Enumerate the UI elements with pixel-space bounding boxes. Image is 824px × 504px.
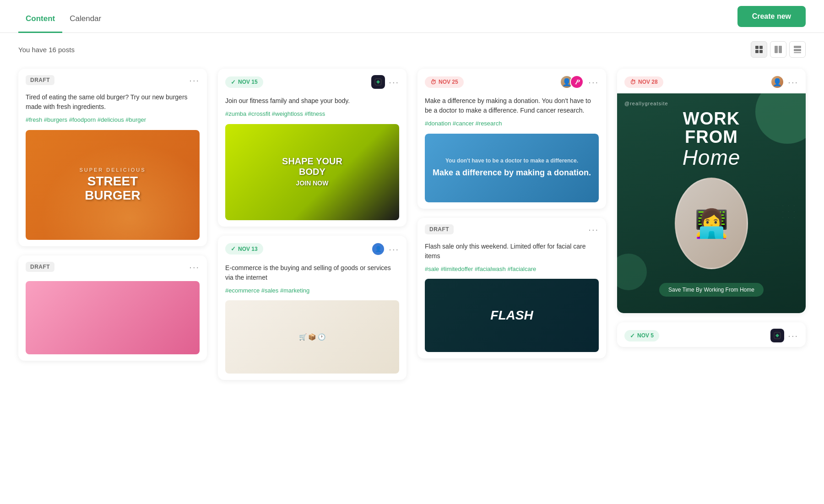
card-hashtags: #fresh #burgers #foodporn #delicious #bu…: [26, 115, 200, 125]
ecommerce-image: 🛒 📦 🕐: [225, 300, 399, 374]
donation-image-text: You don't have to be a doctor to make a …: [425, 150, 598, 185]
one-col-view-button[interactable]: [789, 41, 806, 58]
card-image: SUPER DELICIOUS STREETBURGER: [26, 130, 200, 240]
card-flash: DRAFT ··· Flash sale only this weekend. …: [417, 218, 606, 359]
dots-pattern: · · ·· · ·· · ·: [782, 203, 797, 221]
avatar-face: 👤: [371, 242, 385, 256]
column-1: DRAFT ··· Tired of eating the same old b…: [18, 69, 207, 380]
card-text: Make a difference by making a donation. …: [425, 96, 599, 115]
avatar-group: 👤 𝑃: [560, 75, 584, 89]
more-options-button[interactable]: ···: [788, 77, 798, 87]
more-options-button[interactable]: ···: [389, 77, 399, 87]
card-image: [26, 281, 200, 354]
card-wfh: ⏱ NOV 28 👤 ··· @reallygreatsite WORKFROM…: [617, 69, 806, 313]
card-header: DRAFT ···: [417, 218, 606, 239]
card-pink: DRAFT ···: [18, 255, 207, 361]
svg-rect-0: [755, 46, 759, 49]
burger-image: SUPER DELICIOUS STREETBURGER: [26, 130, 200, 240]
status-badge-draft: DRAFT: [26, 75, 54, 85]
card-body: Join our fitness family and shape your b…: [218, 93, 407, 227]
wfh-site-label: @reallygreatsite: [624, 101, 668, 106]
status-badge-draft: DRAFT: [26, 262, 54, 272]
more-options-button[interactable]: ···: [588, 77, 599, 87]
post-count: You have 16 posts: [18, 46, 75, 54]
flash-image: FLASH: [425, 279, 599, 352]
card-text: Join our fitness family and shape your b…: [225, 96, 399, 106]
svg-rect-5: [779, 46, 782, 53]
one-col-icon: [793, 45, 802, 54]
svg-rect-8: [794, 52, 801, 53]
avatar-box: [770, 329, 784, 342]
more-options-button[interactable]: ···: [389, 244, 399, 254]
avatar-wfh: 👤: [770, 75, 784, 89]
card-hashtags: #sale #limitedoffer #facialwash #facialc…: [425, 265, 599, 274]
header-right: 👤 𝑃 ···: [560, 75, 599, 89]
fitness-image: SHAPE YOURBODY JOIN NOW: [225, 124, 399, 220]
header-right: 👤 ···: [770, 75, 798, 89]
card-image: SHAPE YOURBODY JOIN NOW: [225, 124, 399, 220]
grid-icon: [755, 45, 763, 54]
burger-image-text: SUPER DELICIOUS STREETBURGER: [79, 167, 146, 203]
clock-icon: ⏱: [630, 79, 636, 86]
column-4: ⏱ NOV 28 👤 ··· @reallygreatsite WORKFROM…: [617, 69, 806, 380]
create-new-button[interactable]: Create new: [737, 6, 806, 27]
card-header: ⏱ NOV 28 👤 ···: [617, 69, 806, 93]
tab-bar: Content Calendar: [18, 0, 108, 33]
card-header: ✓ NOV 15 ···: [218, 69, 407, 93]
card-hashtags: #ecommerce #sales #marketing: [225, 286, 399, 295]
card-fitness: ✓ NOV 15 ··· Join our fitness family and…: [218, 69, 407, 227]
fitness-image-text: SHAPE YOURBODY JOIN NOW: [282, 156, 342, 188]
card-header: DRAFT ···: [18, 69, 207, 90]
more-options-button[interactable]: ···: [189, 262, 200, 271]
card-body: Make a difference by making a donation. …: [417, 93, 606, 209]
check-icon: ✓: [231, 245, 236, 252]
card-image: You don't have to be a doctor to make a …: [425, 134, 599, 202]
donation-image: You don't have to be a doctor to make a …: [425, 134, 599, 202]
two-col-view-button[interactable]: [770, 41, 786, 58]
card-ecommerce: ✓ NOV 13 👤 ··· E-commerce is the buying …: [218, 236, 407, 380]
svg-rect-2: [755, 50, 759, 53]
card-image: 🛒 📦 🕐: [225, 300, 399, 374]
card-donation: ⏱ NOV 25 👤 𝑃 ··· Make a difference by ma…: [417, 69, 606, 209]
wfh-main-text: WORKFROM Home: [683, 110, 741, 168]
card-hashtags: #donation #cancer #research: [425, 119, 599, 128]
column-2: ✓ NOV 15 ··· Join our fitness family and…: [218, 69, 407, 380]
header-right: ···: [371, 75, 399, 89]
svg-rect-6: [794, 46, 801, 48]
status-badge-scheduled: ✓ NOV 13: [225, 243, 263, 255]
box-avatar-icon: [773, 331, 781, 340]
column-3: ⏱ NOV 25 👤 𝑃 ··· Make a difference by ma…: [417, 69, 606, 380]
check-icon: ✓: [630, 332, 635, 339]
more-options-button[interactable]: ···: [788, 331, 798, 340]
wfh-image: @reallygreatsite WORKFROM Home 👩‍💻 Save …: [617, 93, 806, 313]
card-text: Flash sale only this weekend. Limited of…: [425, 242, 599, 261]
card-nov5: ✓ NOV 5 ···: [617, 322, 806, 347]
card-header: ✓ NOV 5 ···: [617, 322, 806, 347]
svg-rect-3: [759, 50, 763, 53]
svg-rect-4: [775, 46, 778, 53]
svg-rect-1: [759, 46, 763, 49]
flash-image-text: FLASH: [490, 308, 533, 323]
more-options-button[interactable]: ···: [189, 76, 200, 85]
header-right: ···: [770, 329, 798, 342]
card-hashtags: #zumba #crossfit #weightloss #fitness: [225, 109, 399, 119]
two-col-icon: [774, 45, 782, 54]
status-badge-overdue: ⏱ NOV 25: [425, 76, 464, 88]
card-image: FLASH: [425, 279, 599, 352]
header: Content Calendar Create new: [0, 0, 824, 33]
avatar-2: 𝑃: [570, 75, 584, 89]
subheader: You have 16 posts: [0, 33, 824, 64]
tab-calendar[interactable]: Calendar: [62, 14, 108, 33]
grid-view-button[interactable]: [751, 41, 767, 58]
more-options-button[interactable]: ···: [588, 225, 599, 234]
wfh-save-label: Save Time By Working From Home: [659, 283, 764, 297]
wfh-person-image: 👩‍💻: [675, 178, 748, 269]
status-badge-overdue: ⏱ NOV 28: [624, 76, 663, 88]
card-body: Flash sale only this weekend. Limited of…: [417, 239, 606, 359]
avatar-box: [371, 75, 385, 89]
status-badge-draft: DRAFT: [425, 224, 454, 234]
view-toggle: [751, 41, 806, 58]
tab-content[interactable]: Content: [18, 14, 62, 33]
pink-image: [26, 281, 200, 354]
status-badge-scheduled: ✓ NOV 15: [225, 76, 263, 88]
